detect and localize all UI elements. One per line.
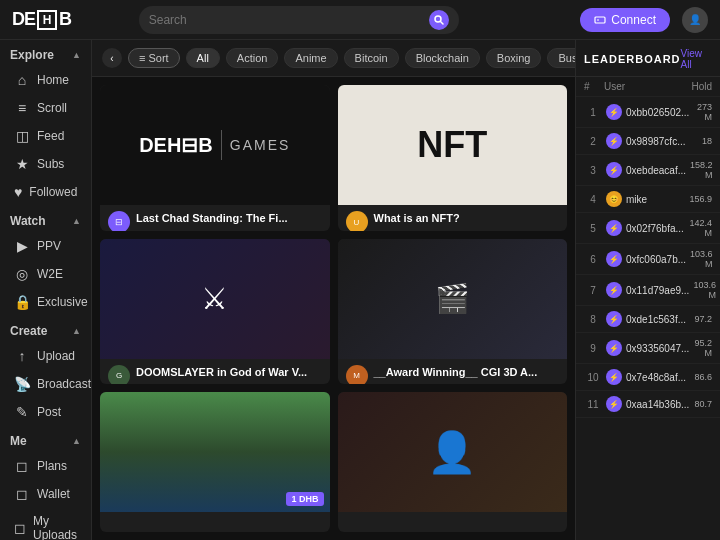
video-thumbnail-2: ⚔ [100,239,330,359]
filter-prev-button[interactable]: ‹ [102,48,122,68]
lb-username-1: 0x98987cfc... [626,136,685,147]
sidebar-item-my-uploads[interactable]: ◻ My Uploads [4,508,87,540]
lb-holding-9: 86.6 [694,372,712,382]
create-section[interactable]: Create ▲ [0,316,91,342]
lb-avatar-8: ⚡ [606,340,622,356]
svg-line-1 [440,21,443,24]
sidebar-item-broadcast-label: Broadcast [37,377,91,391]
leaderboard-row-10[interactable]: 11 ⚡ 0xaa14b36b... 80.7 [576,391,720,418]
sidebar-item-subs[interactable]: ★ Subs [4,150,87,178]
video-title-1: What is an NFT? [374,211,460,225]
search-input[interactable] [149,13,425,27]
sort-icon: ≡ [139,52,145,64]
sidebar-item-post[interactable]: ✎ Post [4,398,87,426]
filter-blockchain-label: Blockchain [416,52,469,64]
filter-action[interactable]: Action [226,48,279,68]
lb-rank-3: 4 [584,194,602,205]
sidebar-item-followed[interactable]: ♥ Followed [4,178,87,206]
leaderboard-row-1[interactable]: 2 ⚡ 0x98987cfc... 18 [576,128,720,155]
leaderboard-row-8[interactable]: 9 ⚡ 0x93356047... 95.2 M [576,333,720,364]
filter-anime[interactable]: Anime [284,48,337,68]
video-info-1: U What is an NFT? UNcle Designer TV ✓ al… [338,205,568,231]
channel-avatar-3: M [346,365,368,385]
connect-button[interactable]: Connect [580,8,670,32]
leaderboard-row-6[interactable]: 7 ⚡ 0x11d79ae9... 103.6 M [576,275,720,306]
leaderboard-row-0[interactable]: 1 ⚡ 0xbb026502... 273 M [576,97,720,128]
filter-bitcoin[interactable]: Bitcoin [344,48,399,68]
dhb-badge: 1 DHB [286,492,323,506]
video-card-4[interactable]: 1 DHB [100,392,330,532]
lb-username-5: 0xfc060a7b... [626,254,686,265]
video-title-0: Last Chad Standing: The Fi... [136,211,288,225]
create-chevron: ▲ [72,326,81,336]
leaderboard-header: LEADERBOARD View All [576,40,720,77]
lb-rank-1: 2 [584,136,602,147]
sidebar-item-home[interactable]: ⌂ Home [4,66,87,94]
filter-blockchain[interactable]: Blockchain [405,48,480,68]
lb-avatar-5: ⚡ [606,251,622,267]
lb-rank-0: 1 [584,107,602,118]
video-title-row-0: ⊟ Last Chad Standing: The Fi... [108,211,322,231]
video-card-2[interactable]: ⚔ G DOOMSLAYER in God of War V... Gaming… [100,239,330,385]
sidebar-item-subs-label: Subs [37,157,64,171]
sidebar-item-w2e[interactable]: ◎ W2E [4,260,87,288]
leaderboard-row-2[interactable]: 3 ⚡ 0xebdeacaf... 158.2 M [576,155,720,186]
watch-chevron: ▲ [72,216,81,226]
avatar[interactable]: 👤 [682,7,708,33]
sidebar-item-upload[interactable]: ↑ Upload [4,342,87,370]
sidebar-item-broadcast[interactable]: 📡 Broadcast [4,370,87,398]
leaderboard-row-3[interactable]: 4 😊 mike 156.9 [576,186,720,213]
lb-user-1: ⚡ 0x98987cfc... [606,133,698,149]
me-section[interactable]: Me ▲ [0,426,91,452]
filter-all[interactable]: All [186,48,220,68]
video-thumbnail-1: NFT [338,85,568,205]
col-user: User [604,81,689,92]
lb-holding-0: 273 M [693,102,712,122]
subs-icon: ★ [14,156,30,172]
svg-rect-2 [595,17,605,23]
video-card-0[interactable]: DEH⊟B GAMES ⊟ Last Chad Standing: The Fi… [100,85,330,231]
lb-user-5: ⚡ 0xfc060a7b... [606,251,686,267]
filter-business-label: Business [558,52,575,64]
search-icon[interactable] [429,10,449,30]
sidebar-item-plans-label: Plans [37,459,67,473]
leaderboard-row-4[interactable]: 5 ⚡ 0x02f76bfa... 142.4 M [576,213,720,244]
sidebar-item-plans[interactable]: ◻ Plans [4,452,87,480]
explore-section[interactable]: Explore ▲ [0,40,91,66]
post-icon: ✎ [14,404,30,420]
sidebar-item-ppv[interactable]: ▶ PPV [4,232,87,260]
search-bar[interactable] [139,6,459,34]
leaderboard-row-7[interactable]: 8 ⚡ 0xde1c563f... 97.2 [576,306,720,333]
video-card-3[interactable]: 🎬 M __Award Winning__ CGI 3D A... movies… [338,239,568,385]
sidebar-item-home-label: Home [37,73,69,87]
video-info-5 [338,512,568,532]
filter-sort[interactable]: ≡ Sort [128,48,180,68]
lb-rank-4: 5 [584,223,602,234]
video-title-3: __Award Winning__ CGI 3D A... [374,365,538,379]
logo-divider [221,130,222,160]
sidebar-item-exclusive[interactable]: 🔒 Exclusive [4,288,87,316]
lb-holding-10: 80.7 [694,399,712,409]
content-area: ‹ ≡ Sort All Action Anime Bitcoin Blockc… [92,40,575,540]
lb-username-0: 0xbb026502... [626,107,689,118]
leaderboard-row-9[interactable]: 10 ⚡ 0x7e48c8af... 86.6 [576,364,720,391]
w2e-icon: ◎ [14,266,30,282]
upload-icon: ↑ [14,348,30,364]
sidebar-item-wallet[interactable]: ◻ Wallet [4,480,87,508]
lb-username-3: mike [626,194,647,205]
lb-user-7: ⚡ 0xde1c563f... [606,311,690,327]
filter-boxing[interactable]: Boxing [486,48,542,68]
video-info-3: M __Award Winning__ CGI 3D A... movies ✓… [338,359,568,385]
leaderboard-row-5[interactable]: 6 ⚡ 0xfc060a7b... 103.6 M [576,244,720,275]
sidebar-item-my-uploads-label: My Uploads [33,514,77,540]
video-card-1[interactable]: NFT U What is an NFT? UNcle Designer TV … [338,85,568,231]
sidebar-item-scroll[interactable]: ≡ Scroll [4,94,87,122]
leaderboard-view-all[interactable]: View All [681,48,712,70]
sidebar-item-feed[interactable]: ◫ Feed [4,122,87,150]
filter-action-label: Action [237,52,268,64]
filter-business[interactable]: Business [547,48,575,68]
watch-label: Watch [10,214,46,228]
watch-section[interactable]: Watch ▲ [0,206,91,232]
lb-rank-5: 6 [584,254,602,265]
video-card-5[interactable]: 👤 [338,392,568,532]
